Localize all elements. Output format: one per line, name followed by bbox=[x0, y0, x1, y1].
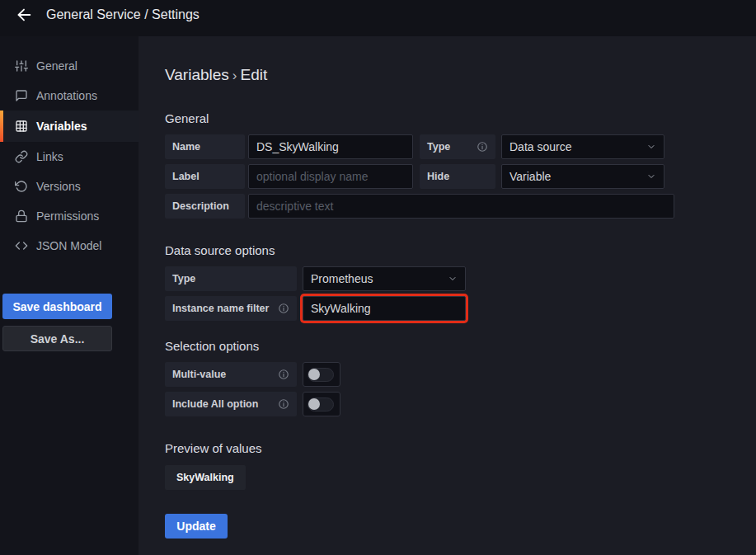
data-source-options-title: Data source options bbox=[165, 243, 756, 257]
instance-filter-label: Instance name filter bbox=[165, 296, 297, 321]
name-label: Name bbox=[165, 134, 245, 159]
label-input[interactable] bbox=[248, 164, 413, 189]
comment-icon bbox=[15, 89, 28, 102]
sidebar-item-label: Annotations bbox=[36, 89, 97, 102]
type-select[interactable]: Data source bbox=[501, 134, 664, 159]
sidebar-item-variables[interactable]: Variables bbox=[0, 111, 139, 142]
breadcrumb-separator: › bbox=[229, 68, 241, 83]
settings-sidebar: General Annotations Variables Links Vers… bbox=[0, 36, 139, 555]
info-icon[interactable] bbox=[278, 398, 289, 410]
ds-type-select[interactable]: Prometheus bbox=[303, 266, 466, 291]
info-icon[interactable] bbox=[477, 141, 488, 153]
breadcrumb-page: Edit bbox=[240, 66, 267, 83]
sidebar-item-label: Links bbox=[36, 150, 63, 163]
sliders-icon bbox=[15, 59, 28, 73]
toggle-track bbox=[308, 397, 334, 412]
sidebar-item-json-model[interactable]: JSON Model bbox=[0, 231, 139, 261]
update-button[interactable]: Update bbox=[165, 514, 228, 539]
multi-value-label: Multi-value bbox=[165, 362, 297, 387]
breadcrumb: Variables›Edit bbox=[165, 66, 756, 84]
description-label: Description bbox=[165, 194, 245, 219]
instance-name-filter-input[interactable] bbox=[303, 296, 466, 321]
hide-select[interactable]: Variable bbox=[501, 164, 664, 189]
multi-value-toggle[interactable] bbox=[303, 362, 340, 387]
top-header: General Service / Settings bbox=[0, 0, 756, 36]
variables-edit-panel: Variables›Edit General Name Type Data so… bbox=[139, 36, 756, 555]
save-dashboard-button[interactable]: Save dashboard bbox=[2, 294, 112, 319]
description-input[interactable] bbox=[248, 194, 674, 219]
sidebar-item-versions[interactable]: Versions bbox=[0, 172, 139, 201]
label-label: Label bbox=[165, 164, 245, 189]
sidebar-item-permissions[interactable]: Permissions bbox=[0, 201, 139, 231]
back-arrow-icon[interactable] bbox=[10, 6, 38, 24]
type-label: Type bbox=[420, 134, 495, 159]
preview-of-values-title: Preview of values bbox=[165, 441, 756, 455]
toggle-track bbox=[308, 368, 334, 382]
hide-label: Hide bbox=[420, 164, 495, 189]
sidebar-item-links[interactable]: Links bbox=[0, 142, 139, 172]
toggle-knob bbox=[308, 398, 320, 410]
ds-type-label: Type bbox=[165, 266, 297, 291]
preview-value-tag[interactable]: SkyWalking bbox=[165, 465, 246, 490]
history-icon bbox=[15, 180, 28, 193]
chevron-down-icon bbox=[646, 172, 656, 181]
chevron-down-icon bbox=[448, 274, 458, 284]
name-input[interactable] bbox=[248, 134, 413, 159]
multi-value-row: Multi-value bbox=[165, 362, 756, 387]
include-all-row: Include All option bbox=[165, 392, 756, 416]
page-title: General Service / Settings bbox=[46, 6, 200, 23]
ds-type-row: Type Prometheus bbox=[165, 266, 756, 291]
sidebar-item-label: Permissions bbox=[36, 209, 99, 223]
label-hide-row: Label Hide Variable bbox=[165, 164, 756, 189]
chevron-down-icon bbox=[646, 142, 656, 152]
sidebar-item-label: General bbox=[36, 59, 77, 73]
sidebar-item-label: Versions bbox=[36, 180, 81, 193]
selection-options-title: Selection options bbox=[165, 339, 756, 353]
preview-values-list: SkyWalking bbox=[165, 464, 756, 490]
include-all-toggle[interactable] bbox=[303, 392, 340, 416]
lock-icon bbox=[15, 209, 28, 223]
info-icon[interactable] bbox=[278, 303, 289, 314]
sidebar-item-general[interactable]: General bbox=[0, 51, 139, 81]
sidebar-item-label: Variables bbox=[36, 120, 87, 133]
table-grid-icon bbox=[15, 120, 28, 133]
breadcrumb-section: Variables bbox=[165, 66, 229, 83]
sidebar-item-label: JSON Model bbox=[36, 239, 101, 252]
toggle-knob bbox=[308, 369, 320, 380]
info-icon[interactable] bbox=[278, 369, 289, 380]
sidebar-item-annotations[interactable]: Annotations bbox=[0, 81, 139, 111]
general-section-title: General bbox=[165, 111, 756, 125]
include-all-label: Include All option bbox=[165, 392, 297, 416]
save-as-button[interactable]: Save As... bbox=[2, 326, 112, 351]
description-row: Description bbox=[165, 194, 756, 219]
instance-filter-row: Instance name filter bbox=[165, 296, 756, 321]
code-brackets-icon bbox=[15, 239, 28, 252]
name-type-row: Name Type Data source bbox=[165, 134, 756, 159]
link-icon bbox=[15, 150, 28, 163]
